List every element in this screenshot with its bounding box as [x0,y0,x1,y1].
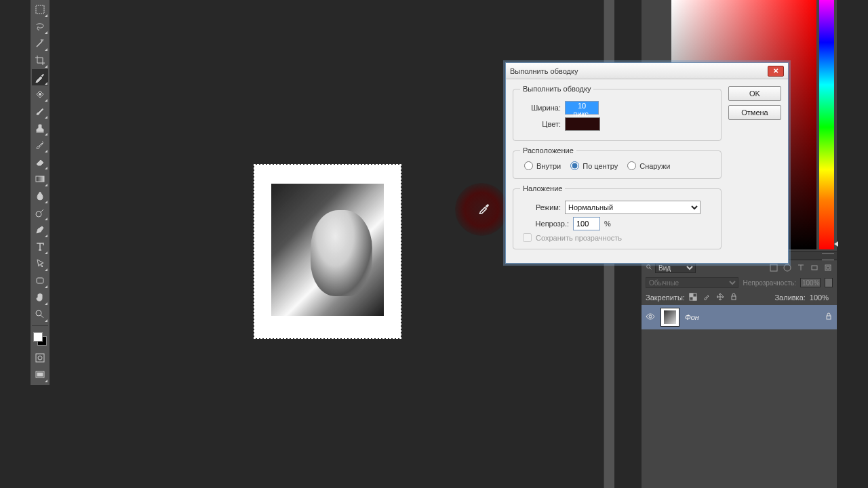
svg-rect-15 [827,266,829,269]
screenmode-toggle[interactable] [32,367,48,383]
cancel-button[interactable]: Отмена [728,105,781,120]
blend-group: Наложение Режим: Нормальный Непрозр.: % … [513,184,722,249]
tool-crop[interactable] [32,52,48,68]
color-swatches[interactable] [32,331,48,347]
width-label: Ширина: [520,104,561,112]
layer-lock-icon [825,312,833,322]
opacity-suffix: % [604,220,611,228]
tool-lasso[interactable] [32,18,48,35]
tool-rect-select[interactable] [32,1,48,18]
location-legend: Расположение [520,146,576,155]
document-canvas[interactable] [254,165,401,338]
blend-legend: Наложение [520,184,565,192]
filter-shape-icon[interactable] [810,263,819,272]
lock-transparency-icon[interactable] [689,293,698,302]
svg-rect-11 [770,264,777,271]
svg-rect-18 [693,297,696,300]
layers-lock-row: Закрепиты: Заливка: 100% [642,290,837,305]
color-label: Цвет: [520,120,561,128]
blend-mode-select[interactable]: Обычные [646,277,738,288]
stroke-dialog: Выполнить обводку ✕ Выполнить обводку Ши… [505,62,789,264]
tool-patch[interactable] [32,86,48,102]
fill-label: Заливка: [774,293,805,302]
location-group: Расположение Внутри По центру Снаружи [513,146,722,179]
dialog-titlebar[interactable]: Выполнить обводку ✕ [506,63,788,79]
tool-eraser[interactable] [32,154,48,170]
tool-zoom[interactable] [32,306,48,323]
tool-path-select[interactable] [32,256,48,272]
layers-panel: Вид Обычные Непрозрачность: 100% Закрепи… [642,260,837,488]
tool-shape[interactable] [32,272,48,289]
layer-row[interactable]: Фон [642,305,837,329]
quickmask-toggle[interactable] [32,350,48,366]
tool-hand[interactable] [32,289,48,306]
tool-history-brush[interactable] [32,137,48,153]
svg-point-12 [784,264,791,271]
layers-blend-row: Обычные Непрозрачность: 100% [642,275,837,290]
svg-rect-14 [825,265,831,270]
layer-name[interactable]: Фон [685,313,699,321]
stroke-color-swatch[interactable] [565,117,600,131]
dialog-title: Выполнить обводку [510,67,578,75]
dialog-close-button[interactable]: ✕ [768,66,784,77]
radio-center[interactable]: По центру [570,161,618,170]
opacity-label: Непрозрачность: [743,279,796,287]
eyedropper-cursor-icon [478,202,490,216]
opacity-dropdown-icon[interactable] [825,278,833,287]
svg-rect-6 [36,354,44,362]
svg-rect-9 [37,373,43,376]
opacity-value[interactable]: 100% [800,278,821,287]
svg-rect-17 [690,293,693,297]
stroke-legend: Выполнить обводку [520,85,593,93]
svg-rect-0 [36,5,44,14]
lock-all-icon[interactable] [730,293,739,302]
tool-dodge[interactable] [32,205,48,221]
svg-rect-4 [37,278,43,283]
radio-inside[interactable]: Внутри [524,161,561,170]
svg-point-5 [36,310,41,316]
svg-rect-2 [36,176,44,182]
tool-pen[interactable] [32,222,48,238]
tool-blur[interactable] [32,188,48,204]
lock-label: Закрепиты: [646,293,685,302]
lock-pixels-icon[interactable] [703,293,712,302]
image-content [271,184,384,316]
svg-rect-21 [827,316,831,319]
tool-gradient[interactable] [32,171,48,187]
filter-smart-icon[interactable] [823,263,833,272]
visibility-eye-icon[interactable] [646,312,655,323]
tool-eyedropper[interactable] [32,69,48,85]
foreground-color-swatch[interactable] [33,332,43,342]
fill-value[interactable]: 100% [810,293,829,302]
layers-empty-area[interactable] [642,329,837,488]
filter-kind-select[interactable]: Вид [655,262,696,273]
filter-pixel-icon[interactable] [769,263,778,272]
radio-outside[interactable]: Снаружи [627,161,670,170]
tool-magic-wand[interactable] [32,35,48,52]
tool-type[interactable] [32,239,48,255]
mode-label: Режим: [520,203,561,211]
mode-select[interactable]: Нормальный [565,201,701,214]
search-icon [646,264,652,272]
svg-point-3 [36,211,41,217]
tool-brush[interactable] [32,103,48,119]
tools-toolbar [31,0,50,385]
svg-point-20 [649,315,652,318]
svg-rect-19 [732,296,736,300]
layer-thumbnail[interactable] [660,308,679,327]
svg-point-7 [38,356,42,360]
filter-adjust-icon[interactable] [783,263,792,272]
ok-button[interactable]: OK [728,86,781,101]
opacity-input[interactable] [573,217,600,230]
opacity-label-dlg: Непрозр.: [520,220,569,228]
stroke-group: Выполнить обводку Ширина: 10 пикс. Цвет: [513,85,722,141]
lock-position-icon[interactable] [716,293,726,302]
svg-rect-13 [812,266,817,270]
width-input[interactable]: 10 пикс. [565,101,599,115]
tool-stamp[interactable] [32,120,48,136]
hue-slider[interactable] [819,0,834,249]
preserve-checkbox [523,233,532,242]
preserve-label: Сохранить прозрачность [536,234,622,242]
filter-type-icon[interactable] [796,263,806,272]
svg-rect-1 [37,131,43,132]
